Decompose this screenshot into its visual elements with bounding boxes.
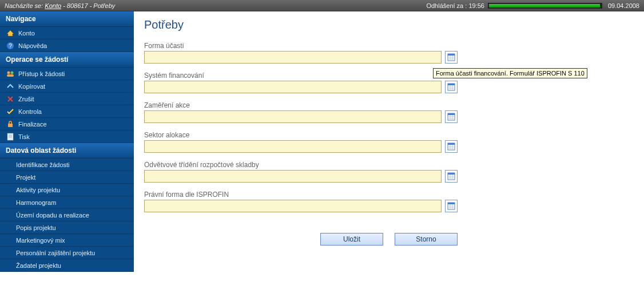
top-bar: Nacházíte se: Konto - 808617 - Potřeby O… [0,0,644,11]
picker-button[interactable] [445,51,458,64]
sidebar-item-pristup[interactable]: Přístup k žádosti [0,68,134,80]
sidebar-item-marketing[interactable]: Marketingový mix [0,234,134,247]
sidebar-item-label: Marketingový mix [16,237,65,244]
odvetvove-trideni-input[interactable] [144,170,442,183]
sidebar: Navigace Konto ? Nápověda Operace se žád… [0,11,134,272]
sidebar-item-konto[interactable]: Konto [0,27,134,39]
sidebar-item-uzemi[interactable]: Území dopadu a realizace [0,209,134,221]
sidebar-item-kopirovat[interactable]: Kopírovat [0,80,134,93]
sidebar-item-label: Přístup k žádosti [18,70,65,77]
sidebar-item-label: Území dopadu a realizace [16,212,89,219]
sidebar-item-tisk[interactable]: Tisk [0,130,134,143]
sidebar-item-aktivity[interactable]: Aktivity projektu [0,184,134,196]
location-prefix: Nacházíte se: [5,2,43,9]
sidebar-item-harmonogram[interactable]: Harmonogram [0,196,134,209]
grid-icon [447,53,455,61]
sidebar-item-napoveda[interactable]: ? Nápověda [0,39,134,52]
svg-point-4 [11,71,14,74]
sidebar-item-label: Projekt [16,174,35,181]
forma-ucasti-input[interactable] [144,51,442,64]
sidebar-item-zadatel[interactable]: Žadatel projektu [0,259,134,272]
current-date: 09.04.2008 [608,2,639,9]
svg-marker-0 [7,30,14,36]
grid-icon [447,172,455,180]
field-zamereni-akce: Zaměření akce [144,101,634,123]
sidebar-item-label: Identifikace žádosti [16,161,70,168]
picker-button[interactable] [445,200,458,212]
sidebar-item-finalizace[interactable]: Finalizace [0,118,134,130]
breadcrumb-page: Potřeby [93,2,115,9]
sidebar-item-personalni[interactable]: Personální zajištění projektu [0,247,134,259]
picker-button[interactable] [445,110,458,123]
tooltip: Forma účasti financování. Formulář ISPRO… [433,68,587,78]
svg-point-1 [7,42,14,49]
sektor-alokace-input[interactable] [144,140,442,153]
sidebar-item-identifikace[interactable]: Identifikace žádosti [0,159,134,171]
help-icon: ? [6,41,15,50]
logout-timer: Odhlášení za : 19:56 [426,2,484,9]
svg-rect-13 [448,54,455,61]
svg-text:?: ? [9,43,12,49]
sidebar-item-popis[interactable]: Popis projektu [0,221,134,234]
sidebar-section-navigace: Navigace [0,11,134,27]
sidebar-item-kontrola[interactable]: Kontrola [0,105,134,118]
grid-icon [447,83,455,91]
breadcrumb-konto-link[interactable]: Konto [45,2,61,9]
svg-line-6 [8,97,13,101]
page-title: Potřeby [144,18,634,31]
sidebar-item-label: Tisk [18,133,30,140]
svg-rect-20 [448,84,455,85]
save-button[interactable]: Uložit [320,233,383,246]
sidebar-item-label: Kontrola [18,108,42,115]
sidebar-section-datova: Datová oblast žádosti [0,143,134,159]
svg-rect-38 [448,173,455,175]
session-progress-bar [488,3,602,9]
grid-icon [447,202,455,210]
grid-icon [447,142,455,151]
field-label: Právní forma dle ISPROFIN [144,191,634,199]
system-financovani-input[interactable] [144,81,442,93]
sidebar-item-label: Harmonogram [16,199,56,206]
picker-button[interactable] [445,170,458,183]
svg-rect-37 [448,173,455,180]
svg-point-3 [7,71,10,74]
sidebar-item-zrusit[interactable]: Zrušit [0,93,134,105]
sidebar-item-label: Kopírovat [18,83,45,90]
field-label: Odvětvové třídění rozpočtové skladby [144,161,634,169]
svg-rect-25 [448,113,455,120]
breadcrumb-id: 808617 [67,2,88,9]
field-label: Zaměření akce [144,101,634,109]
field-odvetvove-trideni: Odvětvové třídění rozpočtové skladby [144,161,634,183]
field-label: Sektor alokace [144,131,634,139]
sidebar-item-label: Konto [18,30,35,37]
field-pravni-forma: Právní forma dle ISPROFIN [144,191,634,212]
svg-rect-19 [448,84,455,90]
picker-button[interactable] [445,140,458,153]
grid-icon [447,113,455,121]
svg-rect-9 [7,133,13,140]
svg-rect-31 [448,143,455,150]
cancel-icon [6,94,15,104]
cancel-button[interactable]: Storno [395,233,458,246]
field-system-financovani: Systém financování Forma účasti financov… [144,72,634,93]
svg-rect-43 [448,203,455,209]
sidebar-item-label: Zrušit [18,96,34,102]
sidebar-item-projekt[interactable]: Projekt [0,171,134,184]
sidebar-section-operace: Operace se žádostí [0,52,134,68]
svg-rect-5 [7,74,14,77]
pravni-forma-input[interactable] [144,200,442,212]
sidebar-item-label: Personální zajištění projektu [16,250,95,256]
svg-line-7 [8,97,13,101]
field-sektor-alokace: Sektor alokace [144,131,634,153]
zamereni-akce-input[interactable] [144,110,442,123]
sidebar-item-label: Žadatel projektu [16,262,61,269]
svg-rect-14 [448,54,455,56]
field-label: Forma účasti [144,42,634,50]
svg-rect-32 [448,143,455,145]
picker-button[interactable] [445,81,458,93]
field-forma-ucasti: Forma účasti [144,42,634,64]
svg-rect-44 [448,203,455,204]
sidebar-item-label: Popis projektu [16,224,56,231]
sidebar-item-label: Nápověda [18,42,47,49]
svg-rect-8 [8,124,13,127]
